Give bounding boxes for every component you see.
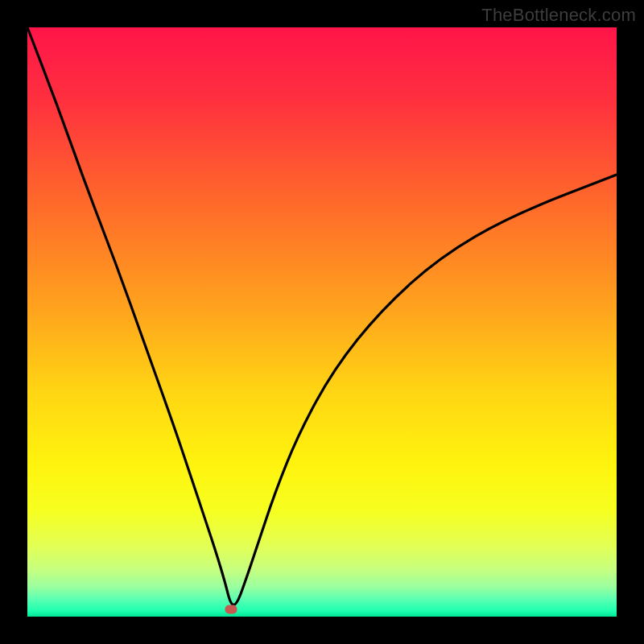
bottleneck-curve: [27, 27, 617, 617]
curve-path: [27, 27, 617, 605]
optimal-marker: [225, 605, 237, 614]
watermark-text: TheBottleneck.com: [481, 5, 636, 26]
chart-frame: TheBottleneck.com: [0, 0, 644, 644]
